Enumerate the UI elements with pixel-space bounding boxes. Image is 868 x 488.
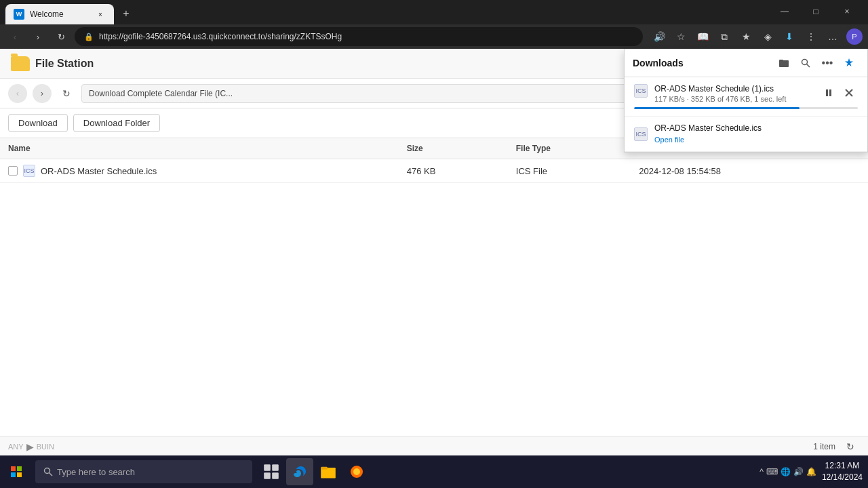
- clock-date: 12/14/2024: [822, 472, 863, 483]
- file-name: OR-ADS Master Schedule.ics: [41, 166, 157, 176]
- tray-volume[interactable]: 🔊: [793, 467, 804, 476]
- svg-rect-17: [272, 472, 279, 479]
- address-url: https://gofile-3450687264.us3.quickconne…: [99, 32, 342, 41]
- address-input[interactable]: 🔒 https://gofile-3450687264.us3.quickcon…: [75, 27, 643, 46]
- start-button[interactable]: [0, 455, 33, 488]
- folder-logo-icon: [11, 56, 30, 71]
- taskbar-search[interactable]: Type here to search: [35, 460, 252, 483]
- profile-button[interactable]: P: [846, 28, 863, 45]
- add-favorites-button[interactable]: ★: [736, 27, 755, 46]
- taskbar-task-view[interactable]: [258, 458, 285, 485]
- col-size[interactable]: Size: [399, 138, 508, 159]
- new-tab-button[interactable]: +: [117, 4, 136, 23]
- col-file-type[interactable]: File Type: [508, 138, 631, 159]
- any-logo: ANY ▶ BUIN: [8, 441, 54, 452]
- back-nav-button[interactable]: ‹: [8, 84, 27, 103]
- file-checkbox[interactable]: [8, 166, 18, 176]
- back-button[interactable]: ‹: [5, 27, 24, 46]
- logo-text: ANY: [8, 443, 24, 451]
- download-button[interactable]: Download: [8, 114, 68, 132]
- file-ics-icon: ICS: [23, 165, 35, 177]
- item-count: 1 item: [813, 442, 835, 451]
- tray-chevron[interactable]: ^: [760, 467, 764, 476]
- close-button[interactable]: ×: [831, 1, 863, 22]
- downloads-title: Downloads: [633, 58, 774, 68]
- completed-file-icon: ICS: [634, 127, 648, 141]
- address-bar: ‹ › ↻ 🔒 https://gofile-3450687264.us3.qu…: [0, 24, 868, 49]
- taskbar: Type here to search ^ ⌨ 🌐 🔊 🔔 12:31 AM 1…: [0, 455, 868, 488]
- maximize-button[interactable]: □: [800, 1, 831, 22]
- taskbar-right: ^ ⌨ 🌐 🔊 🔔 12:31 AM 12/14/2024: [760, 460, 868, 483]
- file-station-logo: File Station: [11, 56, 94, 71]
- downloads-header-icons: •••: [774, 53, 859, 73]
- tab-bar: W Welcome × + — □ ×: [0, 0, 868, 24]
- active-download-item: ICS OR-ADS Master Schedule (1).ics 117 K…: [625, 77, 867, 117]
- bottom-status-bar: ANY ▶ BUIN 1 item ↻: [0, 436, 868, 455]
- svg-point-12: [45, 468, 50, 474]
- immersive-reader-button[interactable]: 📖: [693, 27, 712, 46]
- taskbar-tray: ^ ⌨ 🌐 🔊 🔔: [760, 467, 816, 476]
- breadcrumb-text: Download Complete Calendar File (IC...: [89, 89, 233, 98]
- open-file-link[interactable]: Open file: [654, 136, 684, 144]
- open-downloads-folder-button[interactable]: [774, 53, 794, 73]
- tab-close-button[interactable]: ×: [95, 9, 106, 20]
- favorites-button[interactable]: ☆: [671, 27, 690, 46]
- svg-rect-9: [17, 466, 22, 471]
- col-name[interactable]: Name: [0, 138, 399, 159]
- refresh-nav-button[interactable]: ↻: [57, 84, 76, 103]
- completed-file-name: OR-ADS Master Schedule.ics: [654, 123, 858, 133]
- collections-button[interactable]: ◈: [758, 27, 777, 46]
- cancel-download-button[interactable]: [840, 84, 858, 102]
- tray-keyboard[interactable]: ⌨: [766, 467, 778, 476]
- svg-line-3: [807, 64, 810, 67]
- tray-network[interactable]: 🌐: [781, 467, 791, 476]
- settings-button[interactable]: …: [823, 27, 842, 46]
- svg-rect-14: [264, 464, 271, 471]
- file-station-title: File Station: [35, 58, 94, 70]
- file-size: 476 KB: [399, 159, 508, 183]
- bottom-refresh-button[interactable]: ↻: [841, 437, 860, 456]
- taskbar-file-explorer[interactable]: [315, 458, 342, 485]
- completed-item-info: OR-ADS Master Schedule.ics Open file: [654, 123, 858, 144]
- download-progress-fill: [634, 107, 800, 109]
- taskbar-clock[interactable]: 12:31 AM 12/14/2024: [822, 460, 863, 483]
- downloading-file-name: OR-ADS Master Schedule (1).ics: [654, 84, 813, 94]
- taskbar-firefox[interactable]: [343, 458, 370, 485]
- browser-chrome: W Welcome × + — □ × ‹ › ↻ 🔒 https://gofi…: [0, 0, 868, 49]
- split-screen-button[interactable]: ⧉: [715, 27, 734, 46]
- taskbar-search-placeholder: Type here to search: [57, 467, 135, 477]
- secure-icon: 🔒: [84, 33, 94, 41]
- pin-panel-button[interactable]: [839, 53, 859, 73]
- svg-rect-8: [11, 466, 16, 471]
- svg-rect-4: [826, 89, 828, 96]
- pause-download-button[interactable]: [820, 84, 837, 102]
- logo-arrow: ▶: [26, 441, 34, 452]
- svg-point-2: [802, 59, 808, 64]
- refresh-button[interactable]: ↻: [52, 27, 71, 46]
- more-options-button[interactable]: •••: [817, 53, 837, 73]
- svg-rect-19: [321, 467, 328, 470]
- taskbar-edge[interactable]: [286, 458, 313, 485]
- clock-time: 12:31 AM: [822, 460, 863, 472]
- downloads-button[interactable]: ⬇: [780, 27, 799, 46]
- svg-line-13: [50, 473, 53, 476]
- download-folder-button[interactable]: Download Folder: [73, 114, 160, 132]
- download-progress-bar: [634, 107, 858, 109]
- svg-rect-1: [779, 60, 783, 61]
- svg-rect-15: [272, 464, 279, 471]
- bottom-right: 1 item ↻: [813, 437, 860, 456]
- file-type: ICS File: [508, 159, 631, 183]
- minimize-button[interactable]: —: [769, 1, 800, 22]
- search-downloads-button[interactable]: [795, 53, 816, 73]
- extensions-button[interactable]: ⋮: [802, 27, 821, 46]
- svg-rect-5: [829, 89, 831, 96]
- completed-download-item: ICS OR-ADS Master Schedule.ics Open file: [625, 117, 867, 152]
- forward-button[interactable]: ›: [28, 27, 47, 46]
- active-tab[interactable]: W Welcome ×: [5, 4, 114, 24]
- tray-notification[interactable]: 🔔: [806, 467, 816, 476]
- read-aloud-button[interactable]: 🔊: [650, 27, 669, 46]
- forward-nav-button[interactable]: ›: [33, 84, 52, 103]
- table-row[interactable]: ICS OR-ADS Master Schedule.ics 476 KB IC…: [0, 159, 868, 183]
- browser-toolbar: 🔊 ☆ 📖 ⧉ ★ ◈ ⬇ ⋮ … P: [650, 27, 863, 46]
- downloads-panel: Downloads ••• ICS OR-ADS Master Schedule…: [624, 49, 868, 152]
